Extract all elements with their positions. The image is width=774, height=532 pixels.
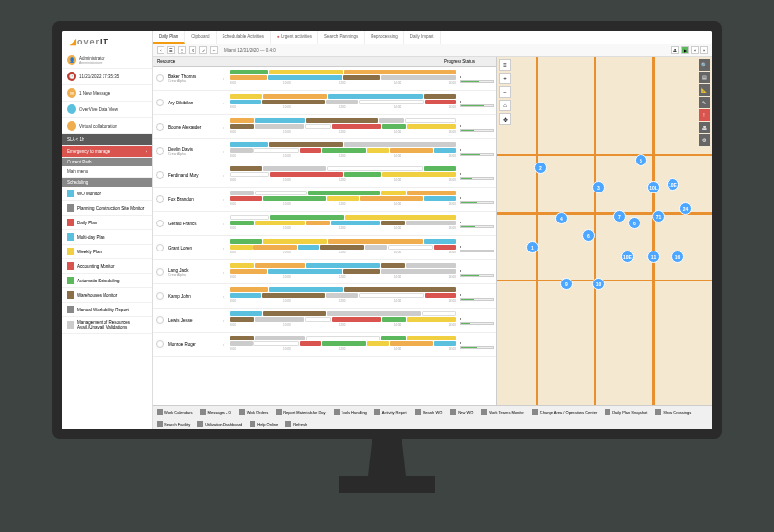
map-pin[interactable]: 10E xyxy=(621,251,634,263)
footer-activity-report[interactable]: Activity Report xyxy=(372,408,409,416)
map-pin[interactable]: 3 xyxy=(592,181,605,193)
gantt-bars[interactable]: 8:0010:0012:0014:0016:00 xyxy=(228,117,458,136)
emergency-alert[interactable]: Emergency to manage› xyxy=(62,146,152,158)
gantt-bars[interactable]: 8:0010:0012:0014:0016:00 xyxy=(228,190,458,209)
scheduling-item[interactable]: Management of Resources Avail./Unavail. … xyxy=(62,317,152,334)
row-checkbox[interactable] xyxy=(156,171,164,179)
map-draw-icon[interactable]: ✎ xyxy=(699,97,710,108)
map-panel[interactable]: ≡ + − ⌂ ✥ 🔍 ▤ 📐 ✎ ! 🖶 ⚙ 1234567691010L10… xyxy=(497,57,712,405)
map-zoom-out[interactable]: − xyxy=(499,86,511,98)
sidebar-messages[interactable]: ✉ 1 New Message xyxy=(62,85,152,102)
map-pin[interactable]: 6 xyxy=(582,229,595,242)
footer-help-online[interactable]: Help Online xyxy=(248,420,280,428)
expand-icon[interactable]: ⤢ xyxy=(199,46,207,54)
back-icon[interactable]: ← xyxy=(210,46,218,54)
footer-change-area-operations-center[interactable]: Change Area / Operations Center xyxy=(530,408,599,416)
gantt-bars[interactable]: 8:0010:0012:0014:0016:00 xyxy=(228,238,458,257)
map-pin[interactable]: 16 xyxy=(671,251,684,263)
rewind-icon[interactable]: « xyxy=(691,46,699,54)
footer-utilization-dashboard[interactable]: Utilization Dashboard xyxy=(195,420,244,428)
scheduling-item[interactable]: Manual Workability Report xyxy=(62,303,152,317)
map-home-icon[interactable]: ⌂ xyxy=(499,100,511,111)
gantt-row[interactable]: Lang JackCrew Alpha ▸ 8:0010:0012:0014:0… xyxy=(153,260,496,284)
map-pin[interactable]: 1 xyxy=(526,241,539,253)
gantt-bars[interactable]: 8:0010:0012:0014:0016:00 xyxy=(228,286,458,306)
footer-refresh[interactable]: Refresh xyxy=(283,420,309,428)
row-checkbox[interactable] xyxy=(156,268,164,276)
map-pan-icon[interactable]: ✥ xyxy=(499,113,511,125)
tab-search-plannings[interactable]: Search Plannings xyxy=(318,31,365,44)
map-pin[interactable]: 10E xyxy=(667,178,679,191)
list-icon[interactable]: ☰ xyxy=(167,46,175,54)
footer-tools-handling[interactable]: Tools Handling xyxy=(332,408,369,416)
footer-search-wo[interactable]: Search WO xyxy=(413,408,445,416)
map-alert-icon[interactable]: ! xyxy=(699,109,710,121)
sidebar-quick-item[interactable]: Virtual collaboration xyxy=(62,118,152,134)
row-checkbox[interactable] xyxy=(156,99,164,106)
gantt-row[interactable]: Monroe Roger ▸ 8:0010:0012:0014:0016:00 … xyxy=(153,333,496,357)
gantt-row[interactable]: Ary Dibibilan ▸ 8:0010:0012:0014:0016:00… xyxy=(153,91,496,115)
footer-new-wo[interactable]: New WO xyxy=(448,408,475,416)
col-progress[interactable]: Progress Status xyxy=(444,59,492,64)
gantt-row[interactable]: Ferdinand Mary ▸ 8:0010:0012:0014:0016:0… xyxy=(153,163,496,188)
gantt-bars[interactable]: 8:0010:0012:0014:0016:00 xyxy=(228,214,458,233)
map-pin[interactable]: 24 xyxy=(679,202,692,215)
footer-messages-0[interactable]: Messages - 0 xyxy=(198,408,233,416)
gantt-row[interactable]: Fox Brandon ▸ 8:0010:0012:0014:0016:00 ▸ xyxy=(153,188,496,212)
scheduling-item[interactable]: Weekly Plan xyxy=(62,245,152,259)
tab-schedulable-activities[interactable]: Schedulable Activities xyxy=(217,31,272,44)
row-checkbox[interactable] xyxy=(156,147,164,155)
scheduling-item[interactable]: WO Monitor xyxy=(62,187,152,201)
gantt-row[interactable]: Kamp John ▸ 8:0010:0012:0014:0016:00 ▸ xyxy=(153,284,496,309)
path-item[interactable]: Main menu xyxy=(62,166,152,178)
footer-daily-plan-snapshot[interactable]: Daily Plan Snapshot xyxy=(603,408,649,416)
map-layers2-icon[interactable]: ▤ xyxy=(699,72,710,83)
sidebar-quick-item[interactable]: OverVive Data View xyxy=(62,102,152,118)
map-pin[interactable]: 10L xyxy=(647,181,660,193)
forward-icon[interactable]: » xyxy=(700,46,708,54)
gantt-row[interactable]: Boone Alexander ▸ 8:0010:0012:0014:0016:… xyxy=(153,115,496,139)
map-measure-icon[interactable]: 📐 xyxy=(699,84,710,96)
map-search-icon[interactable]: 🔍 xyxy=(699,59,710,71)
filter-icon[interactable]: ⋮ xyxy=(178,46,186,54)
map-print-icon[interactable]: 🖶 xyxy=(699,122,710,133)
gantt-bars[interactable]: 8:0010:0012:0014:0016:00 xyxy=(228,141,458,161)
map-settings-icon[interactable]: ⚙ xyxy=(699,134,710,146)
map-pin[interactable]: 7 xyxy=(613,210,626,222)
gantt-bars[interactable]: 8:0010:0012:0014:0016:00 xyxy=(228,335,458,354)
map-pin[interactable]: 10 xyxy=(592,278,605,290)
scheduling-item[interactable]: Automatic Scheduling xyxy=(62,274,152,288)
tab-daily-impact[interactable]: Daily Impact xyxy=(404,31,441,44)
row-checkbox[interactable] xyxy=(156,316,164,324)
row-checkbox[interactable] xyxy=(156,74,164,82)
map-pin[interactable]: 9 xyxy=(560,278,573,290)
gantt-row[interactable]: Lewis Jesse ▸ 8:0010:0012:0014:0016:00 ▸ xyxy=(153,309,496,333)
row-checkbox[interactable] xyxy=(156,340,164,348)
gantt-bars[interactable]: 8:0010:0012:0014:0016:00 xyxy=(228,69,458,88)
map-pin[interactable]: 6 xyxy=(628,217,640,229)
gantt-row[interactable]: Baker ThomasCrew Alpha ▸ 8:0010:0012:001… xyxy=(153,67,496,91)
scheduling-item[interactable]: Daily Plan xyxy=(62,216,152,230)
gantt-bars[interactable]: 8:0010:0012:0014:0016:00 xyxy=(228,165,458,185)
scheduling-item[interactable]: Warehouses Monitor xyxy=(62,288,152,303)
map-zoom-in[interactable]: + xyxy=(499,73,511,84)
row-checkbox[interactable] xyxy=(156,292,164,300)
map-pin[interactable]: 71 xyxy=(652,210,665,222)
gantt-row[interactable]: Grant Loren ▸ 8:0010:0012:0014:0016:00 ▸ xyxy=(153,236,496,260)
sla-header[interactable]: SLA < 1h xyxy=(62,134,152,146)
scheduling-item[interactable]: Planning Construction Site Monitor xyxy=(62,201,152,216)
tab-reprocessing[interactable]: Reprocessing xyxy=(365,31,404,44)
footer-show-crossings[interactable]: Show Crossings xyxy=(653,408,693,416)
row-checkbox[interactable] xyxy=(156,244,164,251)
gantt-bars[interactable]: 8:0010:0012:0014:0016:00 xyxy=(228,262,458,281)
gantt-row[interactable]: Gerald Francis ▸ 8:0010:0012:0014:0016:0… xyxy=(153,212,496,236)
prev-button[interactable]: ‹ xyxy=(157,46,164,54)
gantt-bars[interactable]: 8:0010:0012:0014:0016:00 xyxy=(228,93,458,112)
footer-search-facility[interactable]: Search Facility xyxy=(155,420,192,428)
print-icon[interactable]: 🖶 xyxy=(671,46,679,54)
map-pin[interactable]: 11 xyxy=(647,251,660,263)
footer-report-materials-for-day[interactable]: Report Materials for Day xyxy=(274,408,327,416)
footer-work-teams-monitor[interactable]: Work Teams Monitor xyxy=(479,408,526,416)
footer-work-calendars[interactable]: Work Calendars xyxy=(155,408,194,416)
row-checkbox[interactable] xyxy=(156,220,164,227)
